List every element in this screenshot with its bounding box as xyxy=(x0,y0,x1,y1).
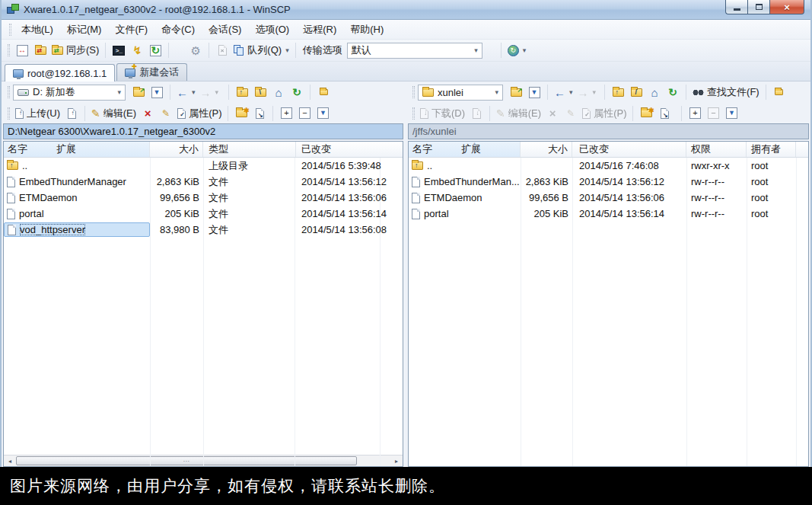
table-row[interactable]: portal205 KiB文件2014/5/14 13:56:14 xyxy=(4,206,403,222)
remote-directory-select[interactable]: xunlei ▾ xyxy=(418,85,503,101)
local-new-folder-button[interactable]: ✱ xyxy=(232,104,250,123)
local-forward-button[interactable]: → ▾ xyxy=(198,83,221,101)
remote-rename-button[interactable]: ✎ xyxy=(562,104,580,123)
remote-edit-button[interactable]: ✎ 编辑(E) xyxy=(494,104,543,123)
refresh-icon: ↻ xyxy=(668,87,677,97)
upload-background-button[interactable]: ↑ xyxy=(62,104,81,123)
synchronize-button[interactable]: ⇄ 同步(S) xyxy=(49,41,101,59)
remote-select-filter-button[interactable]: ▼ xyxy=(722,104,740,123)
remote-open-directory-button[interactable]: ↗ xyxy=(507,83,525,101)
remote-new-file-button[interactable]: ↘ xyxy=(655,104,673,123)
tab-session-root[interactable]: root@192.168.1.1 xyxy=(5,64,115,82)
new-file-icon: ↘ xyxy=(256,108,264,119)
remote-path-bar[interactable]: /jffs/xunlei xyxy=(408,123,809,139)
table-row[interactable]: EmbedThunderManager2,863 KiB文件2014/5/14 … xyxy=(4,174,403,190)
local-select-button[interactable]: + xyxy=(277,104,295,123)
table-row[interactable]: ETMDaemon99,656 B2014/5/14 13:56:06rw-r-… xyxy=(409,190,808,206)
table-row[interactable]: ↑..上级目录2014/5/16 5:39:48 xyxy=(4,158,403,174)
column-header-name[interactable]: 名字 ▲扩展 xyxy=(4,142,150,157)
remote-directory-tree-button[interactable] xyxy=(770,83,788,101)
column-header-name[interactable]: 名字 ▲扩展 xyxy=(409,142,521,157)
remote-new-folder-button[interactable]: ✱ xyxy=(637,104,655,123)
local-properties-button[interactable]: ✓ 属性(P) xyxy=(175,104,224,123)
upload-button[interactable]: ↑ 上传(U) xyxy=(13,104,62,123)
table-row[interactable]: EmbedThunderMan...2,863 KiB2014/5/14 13:… xyxy=(409,174,808,190)
table-row[interactable]: portal205 KiB2014/5/14 13:56:14rw-r--r--… xyxy=(409,206,808,222)
menu-item-local[interactable]: 本地(L) xyxy=(14,21,60,38)
remote-root-directory-button[interactable]: / xyxy=(627,83,645,101)
column-header-size[interactable]: 大小 xyxy=(521,142,572,157)
local-rename-button[interactable]: ✎ xyxy=(157,104,175,123)
local-root-directory-button[interactable]: \ xyxy=(251,83,269,101)
rename-icon: ✎ xyxy=(567,109,575,118)
local-unselect-button[interactable]: − xyxy=(295,104,314,123)
local-back-button[interactable]: ← ▾ xyxy=(174,83,198,101)
local-new-file-button[interactable]: ↘ xyxy=(250,104,269,123)
scroll-right-arrow[interactable]: ▸ xyxy=(390,455,403,466)
open-console-button[interactable]: ↯ xyxy=(128,41,146,59)
open-terminal-button[interactable]: >_ xyxy=(110,41,128,59)
scrollbar-thumb[interactable]: ⋯ xyxy=(16,456,357,465)
transfer-cancel-button[interactable]: × xyxy=(213,41,231,59)
column-header-type[interactable]: 类型 xyxy=(205,142,296,157)
local-path-bar[interactable]: D:\Netgear 6300\Xware1.0.17_netgear_6300… xyxy=(3,123,403,139)
forward-icon: → xyxy=(200,87,212,98)
local-home-directory-button[interactable]: ⌂ xyxy=(269,83,288,101)
remote-delete-button[interactable]: × xyxy=(543,104,562,123)
remote-forward-button[interactable]: → ▾ xyxy=(575,83,599,101)
preferences-button[interactable]: ⚙ xyxy=(186,41,205,59)
local-open-directory-button[interactable]: ↗ xyxy=(129,83,148,101)
menu-item-options[interactable]: 选项(O) xyxy=(248,21,296,38)
transfer-preset-select[interactable]: 默认 ▾ xyxy=(347,43,482,59)
queue-button[interactable]: 队列(Q) ▾ xyxy=(231,41,291,59)
remote-select-button[interactable]: + xyxy=(686,104,704,123)
table-row[interactable]: ↑..2014/5/16 7:46:08rwxr-xr-xroot xyxy=(409,158,808,174)
remote-filter-button[interactable]: ▼ xyxy=(525,83,543,101)
refresh-session-button[interactable]: ↻ xyxy=(146,41,164,59)
remote-refresh-button[interactable]: ↻ xyxy=(664,83,682,101)
menu-item-help[interactable]: 帮助(H) xyxy=(343,21,390,38)
separator xyxy=(681,106,682,121)
session-color-button[interactable]: ↻ ▾ xyxy=(505,41,529,59)
file-rights-cell: rw-r--r-- xyxy=(687,174,747,190)
column-header-changed[interactable]: 已改变 xyxy=(298,142,403,157)
close-button[interactable]: × xyxy=(769,0,804,14)
menu-item-files[interactable]: 文件(F) xyxy=(108,21,154,38)
menu-item-commands[interactable]: 命令(C) xyxy=(154,21,202,38)
local-parent-directory-button[interactable]: ↑ xyxy=(233,83,251,101)
local-refresh-button[interactable]: ↻ xyxy=(288,83,306,101)
download-background-button[interactable]: ↓ xyxy=(467,104,486,123)
empty-area xyxy=(409,222,808,466)
column-header-size[interactable]: 大小 xyxy=(150,142,203,157)
title-bar[interactable]: Xware1.0.17_netgear_6300v2 - root@192.16… xyxy=(2,0,810,20)
column-header-changed[interactable]: 已改变 xyxy=(575,142,686,157)
remote-back-button[interactable]: ← ▾ xyxy=(552,83,575,101)
remote-home-directory-button[interactable]: ⌂ xyxy=(645,83,664,101)
synchronize-browsing-button[interactable]: ⇄ xyxy=(31,41,49,59)
remote-parent-directory-button[interactable]: ↑ xyxy=(609,83,627,101)
local-select-filter-button[interactable]: ▼ xyxy=(314,104,332,123)
file-rights-cell: rw-r--r-- xyxy=(687,206,747,222)
local-directory-tree-button[interactable] xyxy=(314,83,333,101)
download-button[interactable]: ↓ 下载(D) xyxy=(418,104,467,123)
find-files-button[interactable]: 查找文件(F) xyxy=(690,83,762,101)
toolbar-grip xyxy=(412,107,415,120)
table-row[interactable]: vod_httpserver83,980 B文件2014/5/14 13:56:… xyxy=(4,222,403,238)
local-delete-button[interactable]: × xyxy=(139,104,157,123)
remote-unselect-button[interactable]: − xyxy=(704,104,722,123)
local-filter-button[interactable]: ▼ xyxy=(148,83,166,101)
local-drive-select[interactable]: D: 新加卷 ▾ xyxy=(13,85,126,101)
scroll-left-arrow[interactable]: ◂ xyxy=(4,455,16,466)
compare-directories-button[interactable]: ↔ xyxy=(13,41,31,59)
maximize-button[interactable] xyxy=(747,0,769,14)
column-header-rights[interactable]: 权限 xyxy=(687,142,747,157)
menu-item-session[interactable]: 会话(S) xyxy=(202,21,248,38)
tab-new-session[interactable]: ✚ 新建会话 xyxy=(116,63,187,81)
minimize-button[interactable] xyxy=(725,0,747,14)
menu-item-remote[interactable]: 远程(R) xyxy=(296,21,343,38)
remote-properties-button[interactable]: ✓ 属性(P) xyxy=(580,104,629,123)
local-edit-button[interactable]: ✎ 编辑(E) xyxy=(89,104,139,123)
menu-item-mark[interactable]: 标记(M) xyxy=(60,21,109,38)
table-row[interactable]: ETMDaemon99,656 B文件2014/5/14 13:56:06 xyxy=(4,190,403,206)
column-header-owner[interactable]: 拥有者 xyxy=(747,142,796,157)
